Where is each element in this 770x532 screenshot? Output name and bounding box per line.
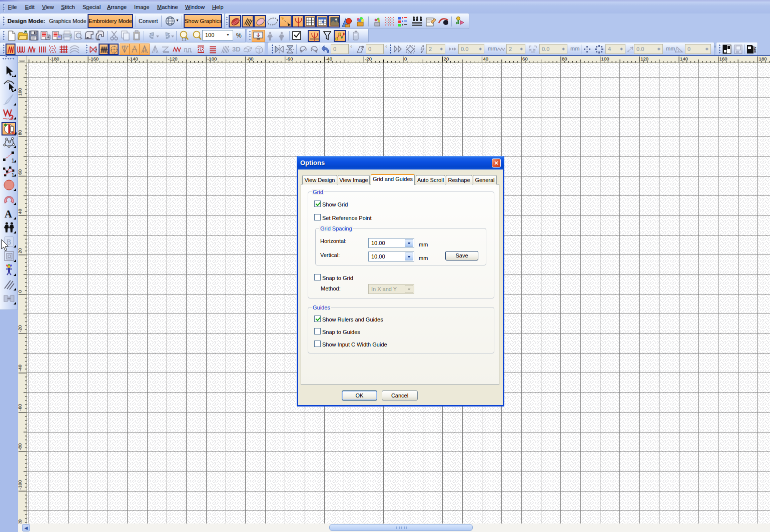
svg-text:-120: -120 (168, 56, 178, 62)
svg-text:1:1: 1:1 (182, 38, 187, 41)
svg-text:0: 0 (18, 290, 23, 292)
svg-text:-140: -140 (129, 56, 138, 62)
svg-text:80: 80 (18, 130, 23, 136)
svg-text:-160: -160 (89, 56, 99, 62)
svg-text:140: 140 (680, 56, 688, 62)
svg-text:-20: -20 (365, 56, 372, 62)
svg-text:40: 40 (18, 208, 23, 214)
svg-text:-60: -60 (286, 56, 293, 62)
svg-text:-100: -100 (18, 480, 23, 490)
svg-text:-120: -120 (18, 520, 23, 524)
svg-text:-60: -60 (18, 404, 23, 411)
svg-text:-40: -40 (325, 56, 332, 62)
svg-text:-80: -80 (18, 444, 23, 450)
svg-text:160: 160 (719, 56, 727, 62)
svg-text:40: 40 (483, 56, 488, 62)
svg-text:-100: -100 (207, 56, 217, 62)
svg-text:A: A (5, 208, 13, 220)
svg-text:100: 100 (18, 88, 23, 96)
svg-text:60: 60 (522, 56, 528, 62)
svg-text:-80: -80 (247, 56, 254, 62)
svg-text:20: 20 (444, 56, 449, 62)
svg-text:-20: -20 (18, 325, 23, 332)
svg-text:-180: -180 (50, 56, 59, 62)
svg-text:-40: -40 (18, 364, 23, 372)
svg-text:20: 20 (18, 248, 23, 254)
svg-text:80: 80 (562, 56, 567, 62)
svg-text:120: 120 (640, 56, 648, 62)
svg-text:0: 0 (404, 56, 407, 62)
svg-text:ABC: ABC (753, 46, 756, 54)
svg-text:180: 180 (759, 56, 767, 62)
svg-text:60: 60 (18, 170, 23, 175)
svg-text:100: 100 (601, 56, 609, 62)
